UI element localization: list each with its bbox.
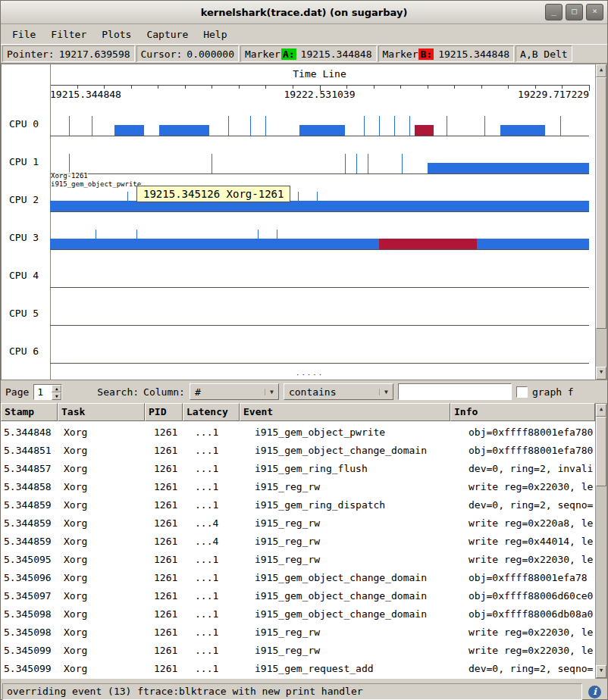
table-cell: ...1 [192,478,252,496]
task-bar[interactable] [415,125,433,136]
table-scrollbar[interactable]: ▲ ▼ [595,403,607,679]
table-row[interactable]: 5.345098Xorg1261...1i915_gem_object_chan… [1,605,595,623]
table-row[interactable]: 5.344859Xorg1261...4i915_reg_rwwrite reg… [1,514,595,533]
event-tick [560,116,561,136]
cpu-track[interactable] [50,222,589,260]
table-cell: i915_reg_rw [252,533,465,551]
match-select[interactable]: contains ▼ [284,383,393,400]
event-tick [69,116,70,136]
event-tick [250,116,251,136]
table-cell: 1261 [151,623,192,642]
table-row[interactable]: 5.345097Xorg1261...1i915_gem_object_chan… [1,587,595,605]
marker-b-info: Marker B: 19215.344848 [378,45,515,62]
table-cell: 5.345097 [1,587,61,605]
cpu-row: CPU 1 [2,146,595,184]
column-select[interactable]: # ▼ [190,383,279,400]
task-bar[interactable] [50,201,589,211]
task-bar[interactable] [500,125,546,136]
info-icon[interactable]: i [588,686,601,698]
menu-item-file[interactable]: File [5,27,42,42]
table-row[interactable]: 5.345095Xorg1261...1i915_reg_rwwrite reg… [1,551,595,569]
task-bar[interactable] [50,239,589,249]
task-bar[interactable] [299,125,345,136]
table-cell: 1261 [151,478,192,496]
maximize-button[interactable]: □ [566,4,583,20]
table-cell: 5.344858 [1,478,61,496]
chevron-down-icon: ▼ [379,389,393,395]
task-bar[interactable] [159,125,208,136]
axis-label: 19229.717229 [518,89,589,100]
scroll-down-icon[interactable]: ▼ [596,367,606,380]
table-row[interactable]: 5.345099Xorg1261...1i915_reg_rwwrite reg… [1,642,595,660]
menu-item-filter[interactable]: Filter [44,27,93,42]
cpu-track[interactable] [50,184,589,222]
table-row[interactable]: 5.344848Xorg1261...1i915_gem_object_pwri… [1,423,595,442]
table-cell: write reg=0x220a8, le [465,514,595,533]
table-scrollbar-trough[interactable] [596,486,606,665]
event-tick [379,116,380,136]
column-header-latency[interactable]: Latency [183,403,240,421]
timeline-graph[interactable]: Time Line 19215.34484819222.53103919229.… [1,64,595,380]
table-row[interactable]: 5.344857Xorg1261...1i915_gem_ring_flushd… [1,460,595,478]
cpu-label: CPU 2 [9,194,39,205]
column-select-value: # [190,386,265,398]
graph-follows-checkbox[interactable] [516,386,528,398]
timeline-axis [50,85,589,86]
close-button[interactable]: × [586,4,603,20]
table-scrollbar-thumb[interactable] [596,417,606,486]
scroll-down-icon[interactable]: ▼ [596,665,606,678]
marker-b-label: Marker [383,48,418,60]
marker-b-badge[interactable]: B: [418,48,434,60]
task-bar[interactable] [379,239,477,249]
table-row[interactable]: 5.344859Xorg1261...4i915_reg_rwwrite reg… [1,533,595,551]
event-tick [409,116,410,136]
table-cell: write reg=0x22030, le [465,642,595,660]
menu-item-plots[interactable]: Plots [95,27,138,42]
table-cell: 5.344859 [1,514,61,533]
axis-tick [589,85,590,91]
page-spinner[interactable]: 1 ▲ ▼ [33,384,62,400]
cpu-track[interactable] [50,336,589,373]
table-cell: Xorg [61,587,151,605]
column-header-stamp[interactable]: Stamp [1,403,58,421]
scroll-up-icon[interactable]: ▲ [596,404,606,417]
table-cell: ...1 [192,605,252,623]
event-tick [356,154,357,173]
table-row[interactable]: 5.344859Xorg1261...1i915_gem_ring_dispat… [1,496,595,514]
column-header-info[interactable]: Info [450,403,595,421]
graph-scrollbar-thumb[interactable] [596,77,606,329]
table-body[interactable]: 5.344848Xorg1261...1i915_gem_object_pwri… [1,421,595,679]
cpu-label: CPU 3 [9,232,39,243]
scroll-up-icon[interactable]: ▲ [596,64,606,77]
cpu-track[interactable] [50,108,589,146]
menu-item-help[interactable]: Help [196,27,233,42]
marker-a-badge[interactable]: A: [281,48,296,60]
spin-down-icon[interactable]: ▼ [52,392,61,400]
cpu-track[interactable] [50,298,589,336]
column-header-task[interactable]: Task [58,403,145,421]
info-bar: Pointer: 19217.639598 Cursor: 0.000000 M… [1,44,607,64]
cpu-track[interactable] [50,146,589,184]
event-table-main: StampTaskPIDLatencyEventInfo 5.344848Xor… [1,403,595,679]
menu-item-capture[interactable]: Capture [139,27,195,42]
graph-scrollbar[interactable]: ▲ ▼ [595,64,607,380]
task-bar[interactable] [114,125,145,136]
spin-up-icon[interactable]: ▲ [52,385,61,392]
menu-bar: FileFilterPlotsCaptureHelp [1,24,607,44]
minimize-button[interactable]: _ [545,4,563,20]
table-row[interactable]: 5.345096Xorg1261...1i915_gem_object_chan… [1,569,595,587]
column-header-event[interactable]: Event [240,403,450,421]
cpu-track[interactable] [50,260,589,298]
table-cell: i915_gem_object_change_domain [252,442,465,460]
table-cell: Xorg [61,478,151,496]
title-bar[interactable]: kernelshark(trace.dat) (on sugarbay) _ □… [1,1,607,24]
table-row[interactable]: 5.345098Xorg1261...1i915_reg_rwwrite reg… [1,623,595,642]
task-bar[interactable] [428,163,589,173]
table-cell: Xorg [61,623,151,642]
table-row[interactable]: 5.344851Xorg1261...1i915_gem_object_chan… [1,442,595,460]
table-row[interactable]: 5.345099Xorg1261...1i915_gem_request_add… [1,660,595,678]
column-header-pid[interactable]: PID [145,403,183,421]
graph-scrollbar-trough[interactable] [596,329,606,367]
search-input[interactable] [398,383,512,400]
table-row[interactable]: 5.344858Xorg1261...1i915_reg_rwwrite reg… [1,478,595,496]
